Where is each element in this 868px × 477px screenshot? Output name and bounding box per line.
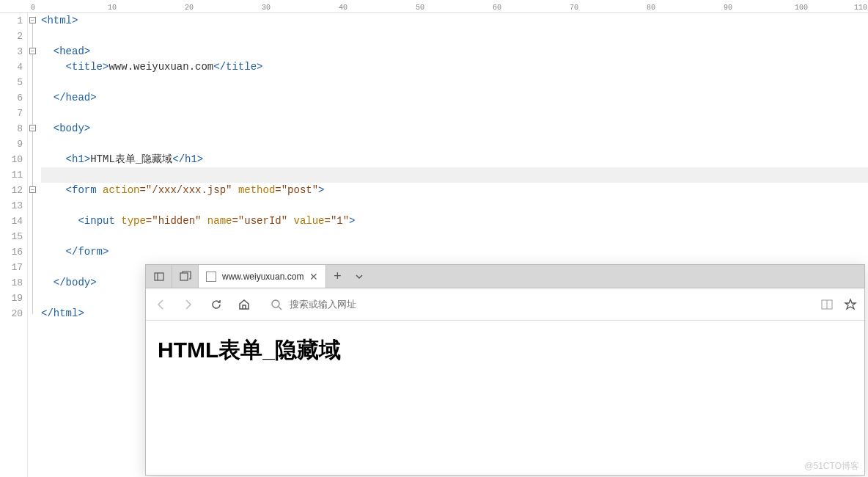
search-icon xyxy=(271,299,282,310)
back-button[interactable] xyxy=(153,297,168,312)
browser-navbar xyxy=(146,288,864,321)
svg-rect-0 xyxy=(155,273,163,280)
code-text: <head> xyxy=(54,45,90,57)
show-tabs-icon[interactable] xyxy=(172,265,199,288)
fold-toggle-icon[interactable]: − xyxy=(29,17,36,23)
tab-menu-icon[interactable] xyxy=(348,265,370,288)
forward-button[interactable] xyxy=(181,297,196,312)
tab-title: www.weiyuxuan.com xyxy=(222,272,304,282)
browser-tabbar: www.weiyuxuan.com ✕ + xyxy=(146,265,864,288)
line-gutter: 1234567891011121314151617181920 xyxy=(0,13,28,477)
address-input[interactable] xyxy=(290,299,801,310)
page-heading: HTML表单_隐藏域 xyxy=(158,335,853,365)
browser-content: HTML表单_隐藏域 xyxy=(146,321,864,380)
code-text: <html> xyxy=(41,15,78,26)
svg-line-4 xyxy=(279,307,282,310)
watermark: @51CTO博客 xyxy=(804,460,859,473)
ruler: 0102030405060708090100110 xyxy=(0,0,868,13)
reading-view-icon[interactable] xyxy=(820,298,834,311)
svg-point-3 xyxy=(272,300,279,307)
fold-toggle-icon[interactable]: − xyxy=(29,125,36,131)
set-aside-tabs-icon[interactable] xyxy=(146,265,172,288)
address-bar[interactable] xyxy=(265,299,807,310)
fold-toggle-icon[interactable]: − xyxy=(29,48,36,54)
page-icon xyxy=(206,272,216,282)
fold-toggle-icon[interactable]: − xyxy=(29,186,36,193)
browser-tab[interactable]: www.weiyuxuan.com ✕ xyxy=(199,265,326,288)
favorite-icon[interactable] xyxy=(844,298,857,311)
new-tab-button[interactable]: + xyxy=(326,265,348,288)
svg-rect-2 xyxy=(180,273,188,280)
browser-window: www.weiyuxuan.com ✕ + HTML表单_隐藏域 xyxy=(145,264,865,476)
home-button[interactable] xyxy=(237,297,251,312)
refresh-button[interactable] xyxy=(209,297,224,312)
fold-column[interactable]: − − − − xyxy=(28,13,38,477)
close-tab-icon[interactable]: ✕ xyxy=(309,271,318,283)
